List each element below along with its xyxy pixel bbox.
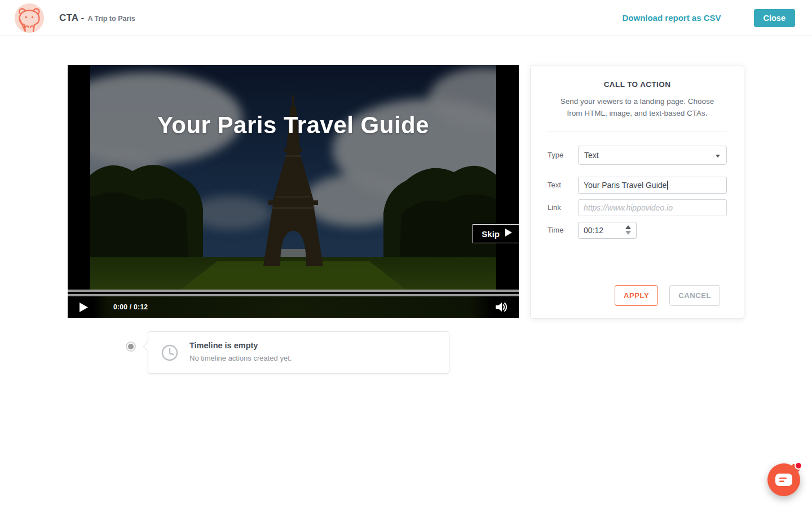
video-name: A Trip to Paris bbox=[87, 15, 135, 23]
cancel-button[interactable]: CANCEL bbox=[669, 285, 720, 306]
video-player: Your Paris Travel Guide Skip 0:00 / 0:12 bbox=[68, 65, 519, 318]
video-overlay-title: Your Paris Travel Guide bbox=[68, 112, 519, 139]
hippo-logo-icon bbox=[15, 3, 44, 33]
skip-label: Skip bbox=[482, 229, 500, 239]
skip-button[interactable]: Skip bbox=[473, 224, 519, 243]
clock-icon bbox=[161, 344, 178, 361]
text-input[interactable]: Your Paris Travel Guide bbox=[578, 177, 727, 194]
seek-track-top[interactable] bbox=[68, 290, 519, 292]
volume-icon[interactable] bbox=[496, 302, 508, 312]
notification-dot bbox=[795, 462, 802, 470]
up-down-stepper-icon[interactable] bbox=[625, 225, 631, 235]
card-arrow bbox=[143, 342, 153, 352]
play-icon[interactable] bbox=[80, 302, 89, 312]
timeline-empty-card: Timeline is empty No timeline actions cr… bbox=[148, 331, 449, 374]
chevron-down-icon bbox=[716, 155, 720, 157]
apply-button[interactable]: APPLY bbox=[615, 285, 658, 306]
text-input-value: Your Paris Travel Guide bbox=[584, 181, 667, 190]
paris-video-still bbox=[90, 65, 496, 290]
time-label: Time bbox=[548, 226, 578, 234]
text-cursor bbox=[667, 181, 668, 190]
type-select[interactable]: Text bbox=[578, 146, 727, 165]
timeline-section: Timeline is empty No timeline actions cr… bbox=[68, 331, 519, 374]
video-controls: 0:00 / 0:12 bbox=[68, 296, 519, 318]
page-title: CTA - bbox=[59, 12, 84, 24]
link-input[interactable] bbox=[578, 199, 727, 216]
breadcrumb: CTA - A Trip to Paris bbox=[59, 12, 135, 24]
download-csv-link[interactable]: Download report as CSV bbox=[622, 13, 721, 23]
play-arrow-icon bbox=[505, 229, 512, 239]
time-input-value: 00:12 bbox=[584, 226, 603, 235]
step-up-icon[interactable] bbox=[625, 225, 631, 229]
cta-panel-title: CALL TO ACTION bbox=[531, 80, 744, 89]
link-label: Link bbox=[548, 203, 578, 212]
text-label: Text bbox=[548, 181, 578, 189]
timeline-empty-subtitle: No timeline actions created yet. bbox=[189, 354, 292, 362]
top-bar: CTA - A Trip to Paris Download report as… bbox=[0, 0, 812, 36]
close-button[interactable]: Close bbox=[754, 9, 796, 27]
seek-bar[interactable] bbox=[68, 290, 519, 296]
type-label: Type bbox=[548, 151, 578, 159]
cta-panel-description: Send your viewers to a landing page. Cho… bbox=[553, 96, 721, 120]
timeline-marker-dot[interactable] bbox=[126, 341, 136, 352]
step-down-icon[interactable] bbox=[625, 231, 631, 235]
cta-panel: CALL TO ACTION Send your viewers to a la… bbox=[530, 65, 744, 319]
time-input[interactable]: 00:12 bbox=[578, 222, 637, 239]
chat-message-icon bbox=[775, 474, 792, 489]
divider bbox=[548, 132, 727, 132]
type-selected-value: Text bbox=[584, 151, 599, 160]
timeline-empty-title: Timeline is empty bbox=[189, 341, 292, 350]
time-display: 0:00 / 0:12 bbox=[113, 303, 148, 311]
seek-track-bottom[interactable] bbox=[68, 294, 519, 296]
video-frame[interactable]: Your Paris Travel Guide Skip bbox=[68, 65, 519, 290]
chat-launcher[interactable] bbox=[767, 463, 800, 496]
